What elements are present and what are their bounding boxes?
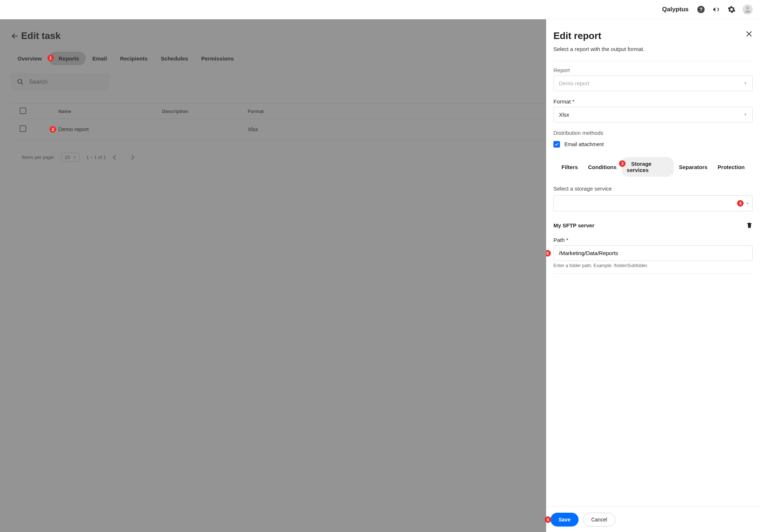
path-hint: Enter a folder path. Example: /folder/Su… <box>553 263 753 268</box>
callout-3: 3 <box>619 160 626 167</box>
gear-icon[interactable] <box>727 5 736 14</box>
close-icon[interactable] <box>745 30 753 38</box>
format-select[interactable]: Xlsx ▼ <box>553 107 753 122</box>
callout-2: 2 <box>50 126 56 133</box>
chevron-down-icon: ▼ <box>744 113 747 117</box>
subtab-separators[interactable]: Separators <box>674 160 712 174</box>
format-value: Xlsx <box>559 112 569 118</box>
edit-report-panel: Edit report Select a report with the out… <box>546 19 760 532</box>
callout-4: 4 <box>737 200 744 207</box>
panel-subtitle: Select a report with the output format. <box>553 46 753 52</box>
callout-5: 5 <box>546 250 551 257</box>
subtab-protection[interactable]: Protection <box>713 160 750 174</box>
subtab-filters[interactable]: Filters <box>556 160 583 174</box>
cancel-button[interactable]: Cancel <box>583 513 616 527</box>
report-value: Demo report <box>559 80 589 86</box>
email-attachment-label: Email attachment <box>564 141 604 147</box>
chevron-down-icon: ▼ <box>746 202 749 206</box>
path-input[interactable] <box>559 250 747 256</box>
callout-6: 6 <box>545 516 551 523</box>
server-name: My SFTP server <box>553 222 594 228</box>
avatar[interactable] <box>743 4 753 15</box>
path-input-wrap[interactable]: 5 <box>553 245 753 261</box>
email-attachment-checkbox[interactable] <box>553 141 560 148</box>
megaphone-icon[interactable] <box>712 5 721 14</box>
report-field-label: Report <box>553 67 753 73</box>
delete-server-icon[interactable] <box>746 222 753 229</box>
path-label: Path * <box>553 237 753 243</box>
chevron-down-icon: ▼ <box>744 81 747 85</box>
subtab-storage-services[interactable]: 3 Storage services <box>622 157 674 177</box>
distribution-methods-label: Distribution methods <box>553 130 753 136</box>
callout-1: 1 <box>47 55 54 61</box>
svg-point-2 <box>746 7 749 9</box>
subtab-conditions[interactable]: Conditions <box>583 160 622 174</box>
subtab-storage-services-label: Storage services <box>627 161 651 173</box>
save-button[interactable]: Save <box>551 513 579 527</box>
topbar: Qalyptus ? <box>0 0 760 19</box>
svg-text:?: ? <box>700 7 702 12</box>
brand-name: Qalyptus <box>662 6 689 13</box>
storage-service-select[interactable]: 4 ▼ <box>553 195 753 211</box>
panel-title: Edit report <box>553 30 601 42</box>
panel-subtabs: Filters Conditions 3 Storage services Se… <box>553 155 753 179</box>
report-select[interactable]: Demo report ▼ <box>553 75 753 91</box>
format-field-label: Format * <box>553 98 753 105</box>
help-icon[interactable]: ? <box>697 5 705 14</box>
storage-service-label: Select a storage service <box>553 185 753 192</box>
